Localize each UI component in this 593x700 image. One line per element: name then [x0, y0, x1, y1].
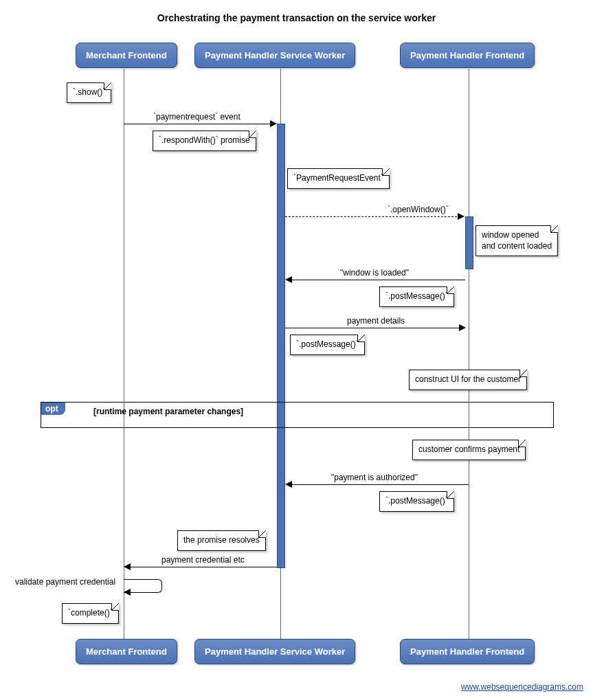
opt-text: [runtime payment parameter changes]: [93, 407, 243, 416]
note-postmsg2: `.postMessage()`: [290, 335, 365, 355]
arrow-head-paymentauthorized-icon: [285, 481, 292, 488]
participant-merchant-bottom: Merchant Frontend: [76, 639, 177, 664]
note-postmsg1: `.postMessage()`: [379, 286, 454, 307]
arrow-head-windowloaded-icon: [285, 276, 292, 283]
arrow-windowloaded: [292, 280, 465, 280]
arrow-head-validate-icon: [124, 589, 131, 596]
note-respondwith: `.respondWith()` promise: [153, 131, 256, 151]
note-customerconfirms: customer confirms payment: [412, 440, 526, 460]
arrow-head-paymentrequest-icon: [270, 120, 277, 127]
note-complete: `complete()`: [62, 603, 119, 624]
sequence-diagram: Orchestrating the payment transaction on…: [0, 0, 593, 700]
arrow-head-openwindow-icon: [458, 213, 465, 220]
msg-validate: validate payment credential: [15, 577, 115, 587]
arrow-openwindow: [285, 216, 460, 218]
note-windowopened-line2: and content loaded: [482, 241, 552, 251]
participant-sw-bottom: Payment Handler Service Worker: [194, 639, 355, 664]
participant-sw-top: Payment Handler Service Worker: [194, 43, 355, 68]
arrow-paymentcredential: [131, 567, 277, 567]
msg-windowloaded: "window is loaded": [340, 268, 409, 278]
msg-openwindow: `.openWindow()`: [388, 205, 449, 214]
footer-link[interactable]: www.websequencediagrams.com: [461, 682, 583, 692]
arrow-paymentrequest: [124, 124, 273, 124]
participant-frontend-top: Payment Handler Frontend: [400, 43, 535, 68]
note-promiseresolves: the promise resolves: [177, 530, 266, 551]
note-windowopened: window opened and content loaded: [475, 225, 558, 256]
lifeline-merchant: [124, 69, 124, 639]
msg-paymentcredential: payment credential etc: [161, 555, 245, 565]
lifeline-frontend: [469, 69, 469, 639]
arrow-head-paymentcredential-icon: [124, 563, 131, 570]
msg-paymentdetails: payment details: [347, 316, 405, 326]
arrow-paymentdetails: [285, 328, 462, 328]
note-constructui: construct UI for the customer: [409, 370, 527, 390]
note-windowopened-line1: window opened: [482, 230, 539, 240]
diagram-title: Orchestrating the payment transaction on…: [0, 0, 593, 23]
participant-merchant-top: Merchant Frontend: [76, 43, 177, 68]
opt-label: opt: [41, 403, 65, 415]
msg-paymentauthorized: "payment is authorized": [331, 473, 418, 482]
participant-frontend-bottom: Payment Handler Frontend: [400, 639, 535, 664]
msg-paymentrequest: `paymentrequest` event: [153, 112, 240, 122]
activation-frontend: [465, 216, 473, 269]
note-show: `.show()`: [67, 82, 111, 103]
activation-sw: [277, 124, 285, 568]
note-postmsg3: `.postMessage()`: [379, 491, 454, 512]
note-pre: `PaymentRequestEvent`: [287, 168, 390, 189]
arrow-head-paymentdetails-icon: [459, 324, 466, 331]
arrow-paymentauthorized: [292, 484, 469, 485]
